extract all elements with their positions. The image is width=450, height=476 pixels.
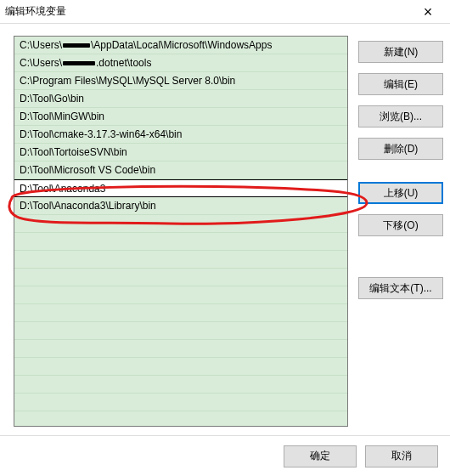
- browse-button[interactable]: 浏览(B)...: [358, 105, 443, 128]
- path-row-empty[interactable]: [14, 340, 347, 358]
- cancel-button[interactable]: 取消: [365, 445, 438, 468]
- path-row[interactable]: D:\Tool\Anaconda3: [14, 179, 347, 197]
- side-buttons: 新建(N) 编辑(E) 浏览(B)... 删除(D) 上移(U) 下移(O) 编…: [358, 36, 443, 427]
- path-row[interactable]: D:\Tool\Anaconda3\Library\bin: [14, 197, 347, 215]
- path-row-empty[interactable]: [14, 304, 347, 322]
- edit-text-button[interactable]: 编辑文本(T)...: [358, 277, 443, 299]
- redacted-text: [63, 43, 90, 48]
- client-area: C:\Users\\AppData\Local\Microsoft\Window…: [0, 24, 450, 435]
- delete-button[interactable]: 删除(D): [358, 138, 443, 160]
- path-row-empty[interactable]: [14, 233, 347, 251]
- path-row-empty[interactable]: [14, 376, 347, 394]
- path-row-empty[interactable]: [14, 322, 347, 340]
- close-icon[interactable]: ×: [411, 4, 445, 20]
- path-list[interactable]: C:\Users\\AppData\Local\Microsoft\Window…: [14, 36, 348, 427]
- path-row[interactable]: C:\Users\\AppData\Local\Microsoft\Window…: [14, 37, 347, 54]
- path-row[interactable]: C:\Program Files\MySQL\MySQL Server 8.0\…: [14, 72, 347, 90]
- footer: 确定 取消: [0, 435, 450, 476]
- ok-button[interactable]: 确定: [284, 445, 357, 468]
- path-row[interactable]: D:\Tool\cmake-3.17.3-win64-x64\bin: [14, 126, 347, 144]
- path-row[interactable]: D:\Tool\Go\bin: [14, 90, 347, 108]
- path-row-empty[interactable]: [14, 394, 347, 411]
- redacted-text: [63, 61, 95, 65]
- path-row[interactable]: C:\Users\.dotnet\tools: [14, 54, 347, 72]
- path-row[interactable]: D:\Tool\Microsoft VS Code\bin: [14, 162, 347, 179]
- path-row-empty[interactable]: [14, 215, 347, 233]
- path-row-empty[interactable]: [14, 358, 347, 376]
- path-row[interactable]: D:\Tool\MinGW\bin: [14, 108, 347, 126]
- window-title: 编辑环境变量: [5, 4, 411, 19]
- move-up-button[interactable]: 上移(U): [358, 182, 443, 204]
- move-down-button[interactable]: 下移(O): [358, 214, 443, 236]
- path-row-empty[interactable]: [14, 251, 347, 269]
- path-row-empty[interactable]: [14, 269, 347, 286]
- titlebar: 编辑环境变量 ×: [0, 0, 450, 24]
- new-button[interactable]: 新建(N): [358, 41, 443, 63]
- path-row[interactable]: D:\Tool\TortoiseSVN\bin: [14, 144, 347, 162]
- path-row-empty[interactable]: [14, 286, 347, 304]
- edit-button[interactable]: 编辑(E): [358, 73, 443, 95]
